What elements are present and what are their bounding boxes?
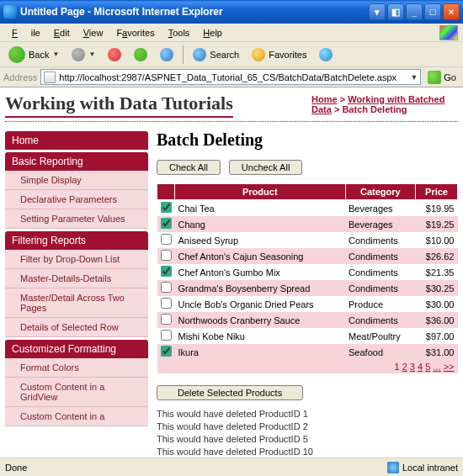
minimize-button[interactable]: _ — [406, 3, 423, 20]
pager-link[interactable]: 4 — [418, 362, 423, 372]
pager-link[interactable]: 3 — [410, 362, 415, 372]
cell-price: $26.62 — [416, 248, 458, 264]
table-row: Aniseed SyrupCondiments$10.00 — [157, 232, 458, 248]
nav-basic-reporting[interactable]: Basic Reporting — [5, 152, 148, 171]
favorites-button[interactable]: Favorites — [247, 45, 311, 64]
cell-product: Ikura — [175, 344, 346, 360]
go-button[interactable]: Go — [424, 69, 460, 86]
pager-link[interactable]: ... — [433, 362, 440, 372]
result-message: This would have deleted ProductID 10 — [157, 447, 458, 457]
stop-button[interactable] — [103, 45, 126, 64]
cell-product: Aniseed Syrup — [175, 232, 346, 248]
divider — [5, 121, 458, 122]
menu-file[interactable]: File — [5, 26, 47, 40]
sidebar-item-declarative-params[interactable]: Declarative Parameters — [5, 190, 148, 209]
star-icon — [252, 48, 265, 61]
nav-customized-formatting[interactable]: Customized Formatting — [5, 340, 148, 358]
delete-selected-button[interactable]: Delete Selected Products — [157, 385, 303, 400]
forward-button[interactable]: ▼ — [67, 45, 100, 64]
toolbar: Back▼ ▼ Search Favorites — [0, 42, 463, 67]
status-text: Done — [5, 463, 27, 473]
menu-favorites[interactable]: Favorites — [109, 26, 161, 40]
row-checkbox[interactable] — [161, 330, 172, 341]
uncheck-all-button[interactable]: Uncheck All — [229, 160, 302, 175]
result-messages: This would have deleted ProductID 1This … — [157, 409, 458, 457]
pager-link[interactable]: >> — [444, 362, 455, 372]
row-checkbox[interactable] — [161, 266, 172, 277]
sidebar-item-format-colors[interactable]: Format Colors — [5, 358, 148, 378]
go-label: Go — [444, 72, 456, 82]
refresh-button[interactable] — [129, 45, 152, 64]
menu-help[interactable]: Help — [196, 26, 229, 40]
favorites-label: Favorites — [269, 50, 306, 60]
menu-edit[interactable]: Edit — [47, 26, 77, 40]
th-category: Category — [345, 184, 416, 200]
media-icon — [319, 48, 333, 61]
th-price: Price — [416, 184, 458, 200]
win-extra-button-1[interactable]: ▾ — [369, 3, 386, 20]
table-row: Northwoods Cranberry SauceCondiments$36.… — [157, 312, 458, 328]
row-checkbox[interactable] — [161, 202, 172, 213]
sidebar-item-setting-param[interactable]: Setting Parameter Values — [5, 209, 148, 229]
table-row: ChangBeverages$19.25 — [157, 216, 458, 232]
cell-price: $30.00 — [416, 296, 458, 312]
pager-link[interactable]: 2 — [402, 362, 407, 372]
page-content: Working with Data Tutorials Home > Worki… — [0, 87, 463, 457]
page-title: Batch Deleting — [157, 130, 458, 150]
result-message: This would have deleted ProductID 5 — [157, 434, 458, 444]
chevron-down-icon[interactable]: ▼ — [410, 73, 418, 82]
stop-icon — [108, 48, 121, 61]
zone-icon — [387, 462, 399, 473]
row-checkbox[interactable] — [161, 234, 172, 245]
cell-category: Meat/Poultry — [345, 328, 416, 344]
row-checkbox[interactable] — [161, 346, 172, 357]
page-icon — [44, 71, 56, 83]
cell-category: Condiments — [345, 264, 416, 280]
maximize-button[interactable]: □ — [424, 3, 441, 20]
close-button[interactable]: × — [443, 3, 460, 20]
cell-price: $21.35 — [416, 264, 458, 280]
pager-current: 1 — [394, 362, 399, 372]
address-field[interactable]: ▼ — [40, 69, 421, 85]
address-input[interactable] — [59, 72, 407, 82]
sidebar-item-master-detail-two[interactable]: Master/Detail Across Two Pages — [5, 288, 148, 318]
row-checkbox[interactable] — [161, 218, 172, 229]
menu-tools[interactable]: Tools — [162, 26, 197, 40]
sidebar-item-simple-display[interactable]: Simple Display — [5, 171, 148, 190]
row-checkbox[interactable] — [161, 250, 172, 261]
nav-home[interactable]: Home — [5, 131, 148, 150]
cell-price: $36.00 — [416, 312, 458, 328]
cell-price: $19.95 — [416, 200, 458, 217]
cell-product: Northwoods Cranberry Sauce — [175, 312, 346, 328]
media-button[interactable] — [314, 45, 338, 64]
check-all-button[interactable]: Check All — [157, 160, 221, 175]
ie-icon — [3, 5, 17, 19]
cell-price: $30.25 — [416, 280, 458, 296]
table-row: Grandma's Boysenberry SpreadCondiments$3… — [157, 280, 458, 296]
back-icon — [8, 46, 25, 63]
home-button[interactable] — [155, 45, 178, 64]
menu-view[interactable]: View — [77, 26, 110, 40]
main: Batch Deleting Check All Uncheck All Pro… — [157, 129, 458, 457]
row-checkbox[interactable] — [161, 298, 172, 309]
win-extra-button-2[interactable]: ◧ — [387, 3, 404, 20]
sidebar-item-filter-ddl[interactable]: Filter by Drop-Down List — [5, 250, 148, 269]
crumb-home[interactable]: Home — [311, 94, 338, 104]
sidebar-item-master-details[interactable]: Master-Details-Details — [5, 269, 148, 288]
cell-price: $97.00 — [416, 328, 458, 344]
search-button[interactable]: Search — [188, 45, 244, 64]
sidebar-item-custom-gv[interactable]: Custom Content in a GridView — [5, 378, 148, 407]
pager-link[interactable]: 5 — [425, 362, 430, 372]
row-checkbox[interactable] — [161, 314, 172, 325]
chevron-down-icon: ▼ — [88, 50, 95, 58]
row-checkbox[interactable] — [161, 282, 172, 293]
zone-label: Local intranet — [402, 463, 458, 473]
cell-product: Chai Tea — [175, 200, 346, 217]
sidebar-item-custom-partial[interactable]: Custom Content in a — [5, 407, 148, 426]
cell-category: Condiments — [345, 280, 416, 296]
nav-filtering-reports[interactable]: Filtering Reports — [5, 231, 148, 250]
search-label: Search — [210, 50, 239, 60]
back-button[interactable]: Back▼ — [3, 44, 64, 66]
home-icon — [160, 48, 173, 61]
sidebar-item-details-selected[interactable]: Details of Selected Row — [5, 318, 148, 337]
